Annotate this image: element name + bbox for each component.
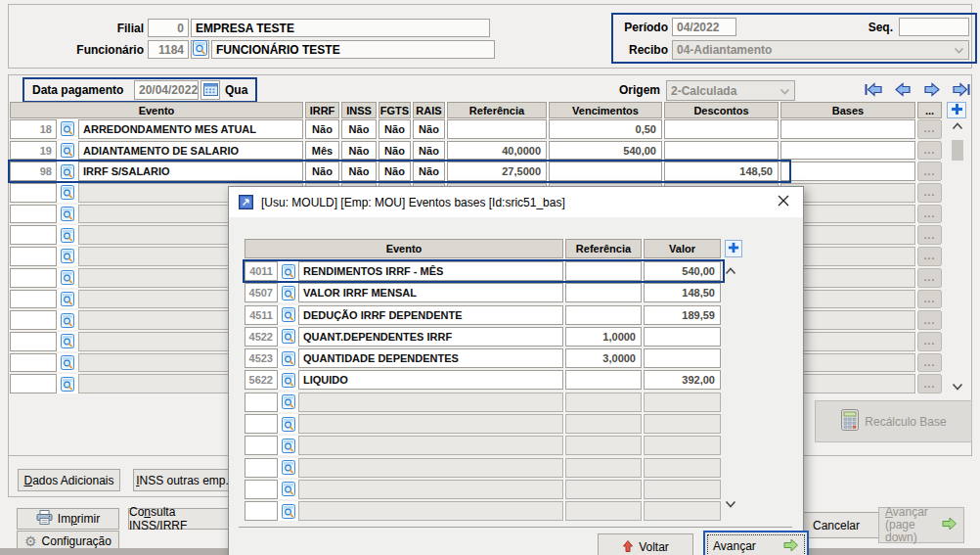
event-row-options-button[interactable]: ... <box>917 374 942 393</box>
search-icon[interactable] <box>59 353 76 373</box>
event-row-options-button[interactable]: ... <box>917 332 942 351</box>
base-cell-code[interactable]: 4507 <box>245 283 278 302</box>
event-cell-referencia[interactable] <box>447 119 547 139</box>
search-icon[interactable] <box>280 370 296 390</box>
event-cell-code[interactable] <box>10 374 57 393</box>
event-row-options-button[interactable]: ... <box>917 225 942 245</box>
base-cell-code[interactable] <box>245 393 278 412</box>
base-cell-evento[interactable]: RENDIMENTOS IRRF - MÊS <box>298 261 563 281</box>
nav-first-button[interactable] <box>862 81 885 101</box>
base-cell-referencia[interactable] <box>565 305 642 325</box>
event-row-options-button[interactable]: ... <box>917 353 942 373</box>
event-cell-irrf[interactable]: Não <box>305 162 339 181</box>
event-cell-fgts[interactable]: Não <box>379 119 411 139</box>
nav-last-button[interactable] <box>950 81 973 101</box>
event-cell-rais[interactable]: Não <box>413 141 445 161</box>
base-cell-valor[interactable]: 540,00 <box>644 261 721 281</box>
base-cell-code[interactable]: 4523 <box>245 348 278 368</box>
event-cell-code[interactable] <box>10 353 57 373</box>
event-cell-code[interactable] <box>10 247 57 266</box>
base-cell-code[interactable] <box>245 436 278 455</box>
search-icon[interactable] <box>280 393 296 412</box>
base-cell-code[interactable] <box>245 458 278 478</box>
search-icon[interactable] <box>280 414 296 434</box>
base-cell-referencia[interactable] <box>565 370 642 390</box>
event-cell-vencimentos[interactable]: 540,00 <box>549 141 662 161</box>
event-cell-code[interactable]: 98 <box>10 162 57 181</box>
avancar-button[interactable]: Avançar <box>703 531 809 555</box>
base-cell-valor[interactable] <box>644 414 721 434</box>
base-cell-valor[interactable]: 392,00 <box>644 370 721 390</box>
nav-next-button[interactable] <box>920 81 944 101</box>
search-icon[interactable] <box>59 162 76 181</box>
event-cell-irrf[interactable]: Mês <box>305 141 339 161</box>
base-cell-code[interactable]: 4522 <box>245 327 278 347</box>
base-cell-referencia[interactable] <box>565 458 642 478</box>
event-cell-vencimentos[interactable]: 0,50 <box>549 119 662 139</box>
base-cell-evento[interactable] <box>298 393 563 412</box>
base-cell-referencia[interactable] <box>565 414 642 434</box>
event-row-options-button[interactable]: ... <box>917 119 942 139</box>
search-icon[interactable] <box>59 268 76 288</box>
filial-code-field[interactable]: 0 <box>148 19 189 37</box>
event-cell-descontos[interactable]: 148,50 <box>664 162 779 181</box>
event-row-options-button[interactable]: ... <box>917 310 942 330</box>
base-cell-referencia[interactable] <box>565 501 642 521</box>
search-icon[interactable] <box>280 305 296 325</box>
base-cell-valor[interactable]: 189,59 <box>644 305 721 325</box>
base-cell-valor[interactable] <box>644 393 721 412</box>
base-cell-valor[interactable] <box>644 458 721 478</box>
calendar-button[interactable] <box>200 80 220 100</box>
imprimir-button[interactable]: Imprimir <box>17 508 119 530</box>
search-icon[interactable] <box>280 327 296 347</box>
base-cell-referencia[interactable] <box>565 436 642 455</box>
search-icon[interactable] <box>59 332 76 351</box>
event-cell-rais[interactable]: Não <box>413 162 445 181</box>
search-icon[interactable] <box>280 283 296 302</box>
scroll-down-icon[interactable] <box>723 498 738 510</box>
event-row-options-button[interactable]: ... <box>917 183 942 203</box>
base-cell-evento[interactable]: DEDUÇÃO IRRF DEPENDENTE <box>298 305 563 325</box>
event-cell-code[interactable] <box>10 332 57 351</box>
scrollbar-thumb[interactable] <box>952 140 963 161</box>
search-icon[interactable] <box>59 290 76 309</box>
close-button[interactable] <box>764 187 803 217</box>
base-cell-code[interactable]: 5622 <box>245 370 278 390</box>
event-row-options-button[interactable]: ... <box>917 205 942 224</box>
base-cell-evento[interactable] <box>298 458 563 478</box>
event-cell-inss[interactable]: Não <box>341 141 377 161</box>
dados-adicionais-button[interactable]: Dados Adicionais <box>18 469 120 491</box>
scroll-down-icon[interactable] <box>950 380 965 393</box>
event-cell-rais[interactable]: Não <box>413 119 445 139</box>
funcionario-code-field[interactable]: 1184 <box>148 40 189 59</box>
data-pagamento-field[interactable]: 20/04/2022 <box>134 80 199 100</box>
funcionario-search-button[interactable] <box>191 40 209 59</box>
origem-dropdown[interactable]: 2-Calculada <box>666 80 795 101</box>
base-cell-referencia[interactable] <box>565 480 642 499</box>
event-cell-inss[interactable]: Não <box>341 119 377 139</box>
event-cell-code[interactable] <box>10 225 57 245</box>
event-cell-descontos[interactable] <box>664 141 779 161</box>
base-cell-valor[interactable] <box>644 480 721 499</box>
base-cell-code[interactable]: 4011 <box>245 261 278 281</box>
scroll-up-icon[interactable] <box>950 119 965 133</box>
event-cell-fgts[interactable]: Não <box>379 141 411 161</box>
search-icon[interactable] <box>59 225 76 245</box>
voltar-button[interactable]: Voltar <box>598 533 693 555</box>
base-cell-evento[interactable] <box>298 501 563 521</box>
event-cell-irrf[interactable]: Não <box>305 119 339 139</box>
base-cell-evento[interactable]: QUANT.DEPENDENTES IRRF <box>298 327 563 347</box>
seq-field[interactable] <box>899 18 969 36</box>
event-cell-referencia[interactable]: 27,5000 <box>447 162 547 181</box>
base-cell-evento[interactable] <box>298 480 563 499</box>
base-cell-evento[interactable]: QUANTIDADE DEPENDENTES <box>298 348 563 368</box>
add-event-button[interactable] <box>947 102 966 118</box>
search-icon[interactable] <box>280 348 296 368</box>
event-row-options-button[interactable]: ... <box>917 268 942 288</box>
event-cell-code[interactable] <box>10 268 57 288</box>
event-cell-vencimentos[interactable] <box>549 162 662 181</box>
event-cell-referencia[interactable]: 40,0000 <box>447 141 547 161</box>
base-cell-valor[interactable] <box>644 436 721 455</box>
base-cell-valor[interactable] <box>644 348 721 368</box>
base-cell-evento[interactable] <box>298 436 563 455</box>
